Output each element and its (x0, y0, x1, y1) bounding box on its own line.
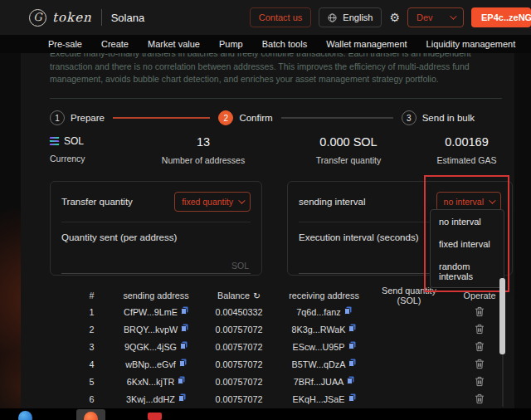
table-row: 1 CfPW...9LmE 0.00450332 7q6d...fanz (73, 303, 514, 320)
copy-icon[interactable] (180, 341, 188, 349)
red-app-icon[interactable] (148, 413, 162, 420)
nav-item-market-value[interactable]: Market value (148, 39, 200, 49)
copy-icon[interactable] (178, 393, 186, 402)
sending-interval-label: sending interval (299, 197, 366, 207)
step-connector-done (113, 117, 210, 119)
stepper: 1 Prepare 2 Confirm 3 Send in bulk (50, 110, 514, 126)
refresh-icon[interactable]: ↻ (253, 291, 261, 301)
quantity-sent-label: Quantity sent (per address) (61, 232, 251, 242)
app-window: G token Solana Contact us English ⚙ Dev … (0, 0, 531, 420)
trash-icon (475, 306, 485, 317)
balance-value: 0.00757072 (202, 394, 276, 404)
row-num: 4 (73, 359, 110, 369)
step-2-label: Confirm (239, 113, 272, 123)
balance-value: 0.00757072 (202, 377, 276, 387)
nav-item-batch-tools[interactable]: Batch tools (262, 39, 307, 49)
copy-icon[interactable] (348, 359, 356, 367)
nav-item-pump[interactable]: Pump (219, 39, 243, 49)
table-row: 2 BRQY...kvpW 0.00757072 8K3g...RWaK (73, 320, 514, 338)
col-header-balance: Balance ↻ (202, 291, 276, 301)
step-confirm: 2 Confirm (218, 110, 272, 125)
step-1-label: Prepare (71, 113, 105, 123)
menu-item-fixed-interval[interactable]: fixed interval (431, 232, 504, 255)
logo-divider (101, 9, 102, 26)
stat-estimated-gas: 0.00169 Estimated GAS (427, 135, 506, 173)
settings-gear-icon[interactable]: ⚙ (389, 12, 400, 23)
copy-icon[interactable] (347, 376, 354, 384)
sol-unit-label: SOL (231, 261, 249, 271)
copy-icon[interactable] (178, 376, 185, 384)
stat-addresses-label: Number of addresses (162, 155, 245, 165)
stat-transfer-quantity: 0.000 SOL Transfer quantity (270, 135, 427, 173)
receiving-address: 7BRf...JUAA (294, 377, 344, 387)
trash-icon (475, 376, 485, 387)
browser-blue-icon[interactable] (18, 411, 32, 420)
delete-row-button[interactable] (475, 359, 485, 369)
step-send-in-bulk: 3 Send in bulk (402, 110, 475, 125)
env-select[interactable]: Dev (407, 7, 464, 27)
balance-value: 0.00757072 (202, 342, 276, 352)
copy-icon[interactable] (348, 324, 356, 332)
nav-item-create[interactable]: Create (101, 39, 129, 49)
copy-icon[interactable] (344, 306, 352, 315)
col-header-receiving-address: receiving address (276, 291, 372, 300)
balance-header-text: Balance (217, 291, 250, 300)
chevron-down-icon (489, 197, 495, 203)
table-row: 5 6KxN...kjTR 0.00757072 7BRf...JUAA (73, 373, 514, 390)
table-header-row: # sending address Balance ↻ receiving ad… (73, 286, 514, 303)
trash-icon (475, 393, 485, 404)
stat-addresses: 13 Number of addresses (137, 135, 270, 173)
menu-item-no-interval[interactable]: no interval (431, 210, 504, 232)
col-header-send-quantity: Send quantity (SOL) (372, 286, 446, 305)
language-label: English (343, 12, 373, 22)
trash-icon (475, 341, 485, 352)
delete-row-button[interactable] (475, 324, 485, 335)
transfer-quantity-select-value: fixed quantity (182, 197, 233, 207)
logo[interactable]: G token Solana (29, 9, 144, 27)
stat-transfer-value: 0.000 SOL (319, 135, 377, 149)
nav-item-pre-sale[interactable]: Pre-sale (48, 39, 82, 49)
quantity-sent-input[interactable]: SOL (61, 261, 251, 274)
col-header-num: # (73, 291, 110, 300)
env-select-value: Dev (417, 12, 433, 22)
row-num: 3 (73, 342, 110, 352)
delete-row-button[interactable] (475, 306, 485, 317)
header-actions: Contact us English ⚙ Dev EP4c..zeNG (250, 7, 531, 27)
row-num: 6 (73, 394, 110, 404)
delete-row-button[interactable] (475, 376, 485, 387)
taskbar-active-slot (76, 409, 105, 420)
copy-icon[interactable] (348, 341, 356, 349)
chevron-down-icon (238, 197, 245, 203)
balance-value: 0.00757072 (202, 325, 276, 335)
delete-row-button[interactable] (475, 341, 485, 352)
nav-item-liquidity-management[interactable]: Liquidity management (426, 39, 516, 49)
header: G token Solana Contact us English ⚙ Dev … (0, 0, 531, 35)
copy-icon[interactable] (181, 306, 188, 315)
scrollbar-thumb[interactable] (499, 278, 505, 354)
copy-icon[interactable] (181, 324, 188, 332)
sending-address: BRQY...kvpW (124, 325, 178, 335)
copy-icon[interactable] (348, 393, 356, 402)
copy-icon[interactable] (179, 359, 187, 367)
browser-orange-icon[interactable] (84, 412, 98, 420)
sending-address: 9QGK...4jSG (124, 342, 177, 352)
contact-us-button[interactable]: Contact us (250, 7, 312, 27)
main-nav: Pre-sale Create Market value Pump Batch … (0, 35, 531, 53)
globe-icon (328, 13, 337, 22)
solana-icon (50, 137, 59, 145)
delete-row-button[interactable] (475, 393, 485, 404)
menu-item-random-intervals[interactable]: random intervals (431, 255, 504, 287)
divider (50, 98, 502, 99)
nav-item-wallet-management[interactable]: Wallet management (326, 39, 407, 49)
network-label: Solana (111, 12, 144, 24)
intro-paragraph: Execute many-to-many transfers in batche… (50, 53, 496, 86)
language-button[interactable]: English (319, 7, 382, 27)
transfer-quantity-label: Transfer quantity (61, 197, 133, 207)
trash-icon (475, 359, 485, 369)
transfer-quantity-select[interactable]: fixed quantity (174, 192, 251, 212)
step-3-circle: 3 (402, 110, 417, 125)
stat-gas-value: 0.00169 (445, 135, 488, 149)
receiving-address: 8K3g...RWaK (292, 325, 346, 335)
wallet-address-button[interactable]: EP4c..zeNG (471, 7, 531, 27)
panel-divider (61, 222, 251, 222)
